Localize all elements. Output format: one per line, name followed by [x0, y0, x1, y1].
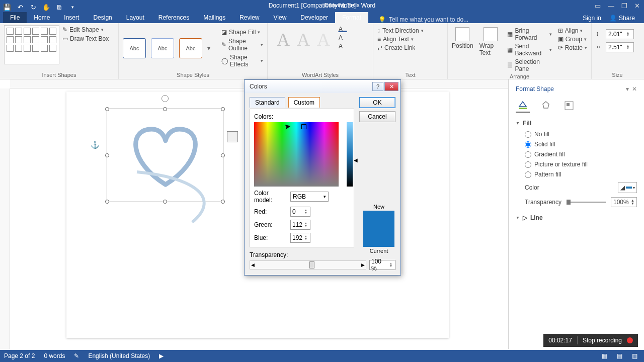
macro-status-icon[interactable]: ▶	[159, 352, 164, 359]
color-spectrum[interactable]	[254, 122, 339, 187]
tab-view[interactable]: View	[267, 12, 294, 23]
pane-close-icon[interactable]: ✕	[632, 85, 637, 93]
minimize-icon[interactable]: —	[608, 2, 614, 10]
layout-options-icon[interactable]	[227, 131, 238, 142]
rotate-button[interactable]: ⟳ Rotate	[558, 44, 587, 51]
tab-file[interactable]: File	[3, 12, 27, 23]
no-fill-radio[interactable]: No fill	[525, 131, 637, 138]
send-backward-button[interactable]: ▦ Send Backward	[507, 43, 551, 57]
solid-fill-radio[interactable]: Solid fill	[525, 141, 637, 148]
effects-tab-icon[interactable]	[539, 99, 553, 113]
resize-handle[interactable]	[163, 107, 167, 111]
qat-dropdown-icon[interactable]: ▾	[68, 3, 76, 11]
spellcheck-icon[interactable]: ✎	[74, 352, 79, 359]
tell-me-search[interactable]: 💡 Tell me what you want to do...	[378, 16, 468, 23]
resize-handle[interactable]	[105, 153, 109, 157]
pattern-fill-radio[interactable]: Pattern fill	[525, 171, 637, 178]
blue-input[interactable]: 192▲▼	[290, 233, 310, 243]
dlg-transparency-slider[interactable]: ◀▶	[250, 260, 366, 269]
transparency-slider[interactable]	[567, 202, 606, 203]
save-icon[interactable]: 💾	[3, 3, 11, 11]
resize-handle[interactable]	[105, 107, 109, 111]
text-outline-icon[interactable]: A	[338, 34, 347, 41]
tab-insert[interactable]: Insert	[57, 12, 86, 23]
read-mode-icon[interactable]: ▦	[602, 352, 610, 359]
custom-tab[interactable]: Custom	[288, 97, 320, 108]
text-direction-button[interactable]: ↕ Text Direction	[377, 27, 424, 34]
new-doc-icon[interactable]: 🗎	[55, 3, 63, 11]
transparency-input[interactable]: 100%▲▼	[611, 197, 637, 207]
gradient-fill-radio[interactable]: Gradient fill	[525, 151, 637, 158]
style-thumb-3[interactable]: Abc	[179, 38, 202, 58]
fill-line-tab-icon[interactable]	[516, 99, 530, 113]
ribbon-display-icon[interactable]: ▭	[595, 2, 601, 10]
dialog-titlebar[interactable]: Colors ? ✕	[245, 80, 400, 93]
luminance-arrow-icon[interactable]: ◀	[354, 157, 358, 163]
undo-icon[interactable]: ↶	[16, 3, 24, 11]
fill-color-button[interactable]: ◢ ▾	[618, 182, 637, 193]
edit-shape-button[interactable]: ✎ Edit Shape	[62, 26, 109, 33]
text-fill-icon[interactable]: A	[338, 25, 347, 32]
fill-section-header[interactable]: Fill	[516, 120, 637, 127]
redo-icon[interactable]: ↻	[29, 3, 37, 11]
shapes-gallery[interactable]	[4, 25, 59, 64]
align-button[interactable]: ⊞ Align	[558, 27, 587, 34]
style-thumb-2[interactable]: Abc	[151, 38, 174, 58]
color-model-combo[interactable]: RGB▾	[290, 192, 329, 202]
tab-layout[interactable]: Layout	[119, 12, 151, 23]
color-crosshair[interactable]	[301, 124, 306, 129]
red-input[interactable]: 0▲▼	[290, 207, 310, 217]
close-window-icon[interactable]: ✕	[634, 2, 640, 10]
style-thumb-1[interactable]: Abc	[123, 38, 146, 58]
restore-icon[interactable]: ❐	[621, 2, 627, 10]
shape-outline-button[interactable]: ✎ Shape Outline	[221, 38, 263, 52]
resize-handle[interactable]	[221, 153, 225, 157]
share-button[interactable]: 👤 Share	[606, 13, 638, 23]
dlg-transparency-input[interactable]: 100 %▲▼	[369, 260, 395, 270]
rotate-handle[interactable]	[162, 95, 169, 102]
web-layout-icon[interactable]: ▥	[632, 352, 640, 359]
page-status[interactable]: Page 2 of 2	[4, 352, 35, 359]
bring-forward-button[interactable]: ▦ Bring Forward	[507, 27, 551, 41]
picture-fill-radio[interactable]: Picture or texture fill	[525, 161, 637, 168]
word-count[interactable]: 0 words	[44, 352, 65, 359]
shape-style-gallery[interactable]: Abc Abc Abc ▾	[123, 38, 213, 58]
dialog-help-icon[interactable]: ?	[372, 82, 383, 91]
layout-tab-icon[interactable]	[562, 99, 576, 113]
language-status[interactable]: English (United States)	[88, 352, 150, 359]
tab-review[interactable]: Review	[232, 12, 266, 23]
gallery-more-icon[interactable]: ▾	[207, 45, 213, 52]
shape-fill-button[interactable]: ◪ Shape Fill	[221, 29, 263, 36]
stop-recording-button[interactable]: Stop recording	[583, 337, 622, 344]
resize-handle[interactable]	[221, 107, 225, 111]
group-button[interactable]: ▣ Group	[558, 36, 587, 43]
draw-textbox-button[interactable]: ▭ Draw Text Box	[62, 35, 109, 42]
wordart-gallery[interactable]: AAA	[272, 25, 335, 54]
resize-handle[interactable]	[105, 200, 109, 204]
tab-mailings[interactable]: Mailings	[196, 12, 232, 23]
shape-height-input[interactable]: 2.01"▲▼	[606, 29, 634, 39]
shape-width-input[interactable]: 2.51"▲▼	[606, 42, 634, 52]
tab-design[interactable]: Design	[86, 12, 119, 23]
sign-in-link[interactable]: Sign in	[583, 15, 601, 22]
standard-tab[interactable]: Standard	[250, 97, 285, 108]
tab-format[interactable]: Format	[335, 12, 368, 23]
align-text-button[interactable]: ≡ Align Text	[377, 36, 424, 43]
cancel-button[interactable]: Cancel	[359, 111, 395, 122]
green-input[interactable]: 112▲▼	[290, 220, 310, 230]
tab-home[interactable]: Home	[27, 12, 57, 23]
position-button[interactable]: Position	[452, 27, 473, 72]
selection-pane-button[interactable]: ☰ Selection Pane	[507, 58, 551, 72]
dialog-close-icon[interactable]: ✕	[384, 82, 398, 91]
shape-effects-button[interactable]: ◯ Shape Effects	[221, 54, 263, 68]
create-link-button[interactable]: ⇄ Create Link	[377, 44, 424, 51]
tab-developer[interactable]: Developer	[293, 12, 335, 23]
ok-button[interactable]: OK	[359, 97, 395, 108]
text-effects-icon[interactable]: A	[338, 42, 347, 49]
wrap-text-button[interactable]: Wrap Text	[479, 27, 502, 72]
luminance-slider[interactable]	[347, 122, 353, 187]
vertical-ruler[interactable]	[0, 88, 10, 349]
line-section-header[interactable]: ▷ Line	[516, 214, 637, 221]
touch-mode-icon[interactable]: ✋	[42, 3, 50, 11]
pane-dropdown-icon[interactable]: ▾	[626, 85, 629, 93]
